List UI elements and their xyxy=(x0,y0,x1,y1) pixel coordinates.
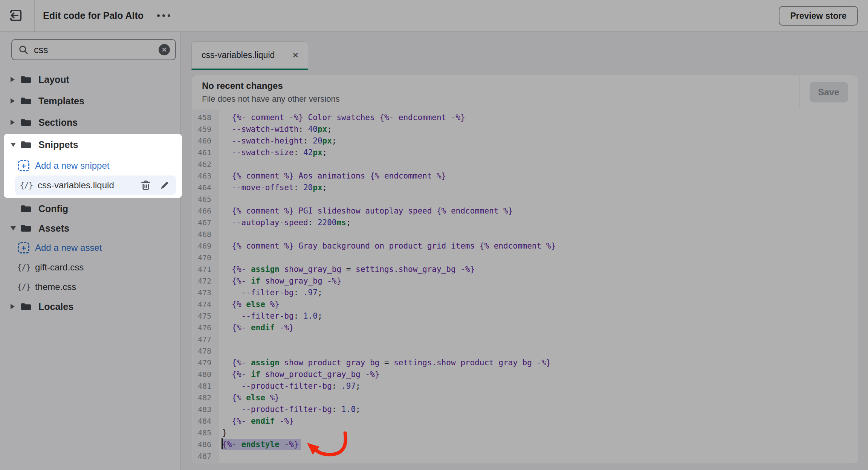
line-number: 472 xyxy=(193,275,211,287)
add-icon: + xyxy=(17,160,31,171)
code-line-474[interactable]: {% else %} xyxy=(222,299,857,310)
file-label: css-variables.liquid xyxy=(38,180,114,191)
code-line-461[interactable]: --swatch-size: 42px; xyxy=(222,147,857,159)
caret-down-icon[interactable] xyxy=(11,226,19,230)
code-line-464[interactable]: --move-offset: 20px; xyxy=(222,182,857,194)
code-line-484[interactable]: {%- endif -%} xyxy=(222,415,857,427)
line-number: 471 xyxy=(193,264,211,275)
code-line-465[interactable] xyxy=(222,194,857,205)
topbar-divider xyxy=(34,0,35,31)
close-tab-icon[interactable]: ✕ xyxy=(292,51,299,59)
sidebar-file-gift-card.css[interactable]: {/}gift-card.css xyxy=(0,258,180,277)
version-status-title: No recent changes xyxy=(202,81,340,91)
caret-right-icon[interactable] xyxy=(11,77,19,82)
code-line-463[interactable]: {% comment %} Aos animations {% endcomme… xyxy=(222,170,857,182)
folder-icon-wrap xyxy=(20,96,32,105)
code-line-479[interactable]: {%- assign show_product_gray_bg = settin… xyxy=(222,357,857,369)
sidebar-folder-sections[interactable]: Sections xyxy=(0,112,180,133)
code-editor-app: Edit code for Palo Alto Preview store ✕ … xyxy=(0,0,868,470)
line-number: 475 xyxy=(193,310,211,322)
file-label: theme.css xyxy=(35,282,76,292)
line-number: 465 xyxy=(193,194,211,205)
version-status-subtitle: File does not have any other versions xyxy=(202,94,340,104)
add-link-label: Add a new asset xyxy=(35,243,102,253)
code-line-467[interactable]: --autoplay-speed: 2200ms; xyxy=(222,217,857,229)
sidebar-add-a-new-snippet[interactable]: +Add a new snippet xyxy=(4,156,182,175)
line-number: 480 xyxy=(193,369,211,380)
sidebar-folder-locales[interactable]: Locales xyxy=(0,297,180,316)
rename-file-button[interactable] xyxy=(159,180,170,191)
preview-store-button[interactable]: Preview store xyxy=(779,6,858,26)
text-cursor xyxy=(222,438,223,449)
code-line-469[interactable]: {% comment %} Gray background on product… xyxy=(222,240,857,252)
code-line-459[interactable]: --swatch-width: 40px; xyxy=(222,124,857,135)
line-number: 485 xyxy=(193,427,211,439)
code-line-468[interactable] xyxy=(222,229,857,240)
page-title: Edit code for Palo Alto xyxy=(43,10,144,21)
add-link-label: Add a new snippet xyxy=(35,160,109,171)
folder-label: Layout xyxy=(38,74,69,85)
exit-icon xyxy=(8,8,23,23)
sidebar-add-a-new-asset[interactable]: +Add a new asset xyxy=(0,238,180,257)
line-number: 464 xyxy=(193,182,211,194)
code-line-475[interactable]: --filter-bg: 1.0; xyxy=(222,310,857,322)
folder-icon-wrap xyxy=(20,118,32,127)
sidebar-file-theme.css[interactable]: {/}theme.css xyxy=(0,278,180,296)
gutter: 4584594604614624634644654664674684694704… xyxy=(193,110,219,463)
tab-label: css-variables.liquid xyxy=(202,50,275,60)
sidebar-folder-config[interactable]: Config xyxy=(0,199,180,218)
tab-css-variables[interactable]: css-variables.liquid ✕ xyxy=(191,41,308,70)
code-line-471[interactable]: {%- assign show_gray_bg = settings.show_… xyxy=(222,264,857,275)
code-line-470[interactable] xyxy=(222,252,857,264)
code-line-473[interactable]: --filter-bg: .97; xyxy=(222,287,857,299)
file-code-icon: {/} xyxy=(17,282,31,291)
dot-icon xyxy=(162,14,165,17)
selected-file-row[interactable]: {/}css-variables.liquid xyxy=(15,175,176,195)
folder-icon-wrap xyxy=(20,140,32,149)
code-line-458[interactable]: {%- comment -%} Color swatches {%- endco… xyxy=(222,112,857,124)
sidebar-folder-snippets[interactable]: Snippets xyxy=(4,134,182,155)
code-line-478[interactable] xyxy=(222,345,857,357)
caret-right-icon[interactable] xyxy=(11,120,19,125)
exit-editor-button[interactable] xyxy=(8,7,24,24)
spotlight-highlight: Snippets+Add a new snippet{/}css-variabl… xyxy=(4,134,182,198)
code-lines[interactable]: {%- comment -%} Color swatches {%- endco… xyxy=(219,110,857,463)
code-line-472[interactable]: {%- if show_gray_bg -%} xyxy=(222,275,857,287)
caret-right-icon[interactable] xyxy=(11,304,19,309)
code-line-477[interactable] xyxy=(222,334,857,345)
code-line-476[interactable]: {%- endif -%} xyxy=(222,322,857,334)
code-line-487[interactable] xyxy=(222,450,857,462)
folder-icon xyxy=(20,75,32,84)
save-button[interactable]: Save xyxy=(810,82,848,102)
code-line-460[interactable]: --swatch-height: 20px; xyxy=(222,135,857,147)
code-line-483[interactable]: --product-filter-bg: 1.0; xyxy=(222,404,857,415)
line-number: 469 xyxy=(193,240,211,252)
clear-search-button[interactable]: ✕ xyxy=(159,44,170,55)
search-input[interactable] xyxy=(34,44,159,55)
caret-right-icon[interactable] xyxy=(11,98,19,104)
code-editor[interactable]: 4584594604614624634644654664674684694704… xyxy=(193,110,857,463)
code-line-462[interactable] xyxy=(222,159,857,170)
line-number: 466 xyxy=(193,205,211,217)
code-line-481[interactable]: --product-filter-bg: .97; xyxy=(222,380,857,392)
delete-file-button[interactable] xyxy=(141,180,151,191)
more-actions-button[interactable] xyxy=(155,8,173,23)
code-line-486[interactable]: {%- endstyle -%} xyxy=(222,439,857,450)
sidebar-file-css-variables.liquid[interactable]: {/}css-variables.liquid xyxy=(4,175,182,195)
line-number: 476 xyxy=(193,322,211,334)
file-search-box[interactable]: ✕ xyxy=(11,39,176,60)
sidebar-folder-layout[interactable]: Layout xyxy=(0,69,180,90)
code-line-485[interactable]: } xyxy=(222,427,857,439)
code-line-466[interactable]: {% comment %} PGI slideshow autoplay spe… xyxy=(222,205,857,217)
code-line-482[interactable]: {% else %} xyxy=(222,392,857,404)
line-number: 462 xyxy=(193,159,211,170)
sidebar-folder-assets[interactable]: Assets xyxy=(0,219,180,238)
caret-down-icon[interactable] xyxy=(11,143,19,147)
sidebar-folder-templates[interactable]: Templates xyxy=(0,91,180,111)
file-code-icon: {/} xyxy=(17,263,31,272)
code-line-480[interactable]: {%- if show_product_gray_bg -%} xyxy=(222,369,857,380)
folder-label: Assets xyxy=(38,223,69,234)
line-number: 468 xyxy=(193,229,211,240)
line-number: 461 xyxy=(193,147,211,159)
line-number: 473 xyxy=(193,287,211,299)
